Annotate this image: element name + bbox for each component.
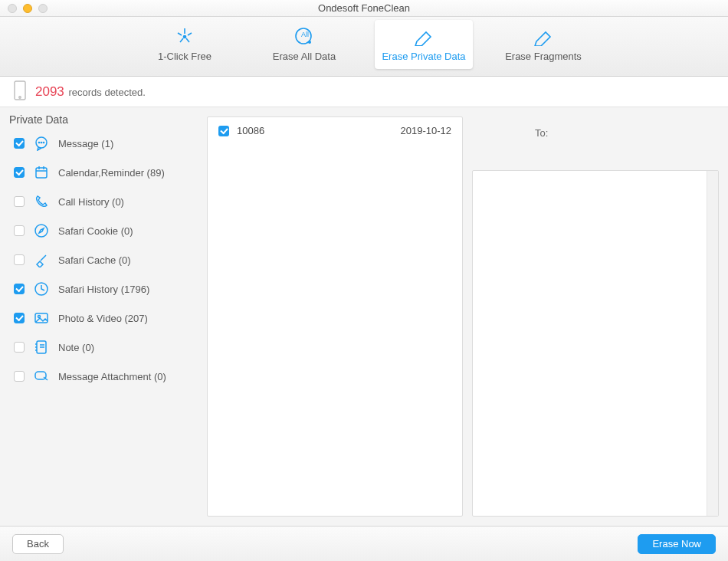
- sidebar-item-safari-history[interactable]: Safari History (1796): [0, 274, 198, 303]
- sidebar-item-label: Note (0): [58, 342, 94, 353]
- sidebar-item-label: Safari Cookie (0): [58, 225, 133, 237]
- records-suffix: records detected.: [68, 87, 145, 98]
- back-button[interactable]: Back: [12, 534, 64, 554]
- calendar-icon: [34, 165, 49, 180]
- sidebar-item-calendar[interactable]: Calendar,Reminder (89): [0, 158, 198, 187]
- sidebar-item-label: Photo & Video (207): [58, 313, 148, 324]
- svg-point-0: [183, 35, 187, 39]
- tab-1-click-free[interactable]: 1-Click Free: [136, 20, 234, 69]
- to-label: To:: [535, 127, 548, 139]
- checkbox[interactable]: [218, 126, 229, 136]
- call-icon: [34, 194, 49, 209]
- checkbox[interactable]: [14, 254, 25, 265]
- checkbox[interactable]: [14, 225, 25, 236]
- detail-panel: To:: [472, 116, 719, 517]
- window-controls: [0, 4, 48, 13]
- tab-erase-private-data[interactable]: Erase Private Data: [375, 20, 473, 69]
- sidebar-item-message-attachment[interactable]: Message Attachment (0): [0, 362, 198, 391]
- svg-point-7: [38, 142, 39, 143]
- svg-text:All: All: [301, 31, 309, 38]
- checkbox[interactable]: [14, 313, 25, 323]
- erase-now-button[interactable]: Erase Now: [638, 534, 716, 554]
- toolbar: 1-Click Free All Erase All Data Erase Pr…: [0, 17, 728, 77]
- sidebar-item-photo-video[interactable]: Photo & Video (207): [0, 303, 198, 333]
- svg-rect-10: [36, 168, 47, 178]
- sidebar: Private Data Message (1) Calendar,Remind…: [0, 107, 198, 526]
- sidebar-item-note[interactable]: Note (0): [0, 333, 198, 362]
- click-icon: [174, 25, 195, 48]
- tab-erase-all-data[interactable]: All Erase All Data: [255, 20, 353, 69]
- checkbox[interactable]: [14, 371, 25, 382]
- clock-icon: [34, 281, 49, 297]
- titlebar: Ondesoft FoneClean: [0, 0, 728, 17]
- close-window-button[interactable]: [8, 4, 17, 13]
- message-list-panel: 10086 2019-10-12: [207, 116, 463, 517]
- footer: Back Erase Now: [0, 526, 728, 561]
- note-icon: [34, 340, 49, 355]
- checkbox[interactable]: [14, 138, 25, 149]
- photo-icon: [34, 310, 49, 326]
- tab-label: Erase Fragments: [505, 51, 582, 62]
- checkbox[interactable]: [14, 196, 25, 207]
- message-sender: 10086: [237, 125, 264, 136]
- minimize-window-button[interactable]: [23, 4, 32, 13]
- sidebar-item-safari-cache[interactable]: Safari Cache (0): [0, 245, 198, 274]
- checkbox[interactable]: [14, 342, 25, 353]
- sidebar-item-message[interactable]: Message (1): [0, 129, 198, 158]
- detail-content[interactable]: [472, 170, 719, 517]
- message-row[interactable]: 10086 2019-10-12: [208, 117, 462, 144]
- tab-label: Erase Private Data: [382, 51, 465, 62]
- sidebar-item-safari-cookie[interactable]: Safari Cookie (0): [0, 216, 198, 245]
- sidebar-item-label: Calendar,Reminder (89): [58, 167, 165, 179]
- window-title: Ondesoft FoneClean: [0, 2, 728, 14]
- main: Private Data Message (1) Calendar,Remind…: [0, 107, 728, 526]
- erase-fragments-icon: [532, 25, 555, 48]
- svg-point-8: [41, 142, 41, 143]
- erase-all-icon: All: [293, 25, 316, 48]
- sidebar-title: Private Data: [0, 107, 198, 129]
- sidebar-item-call-history[interactable]: Call History (0): [0, 187, 198, 216]
- attachment-icon: [34, 369, 49, 384]
- checkbox[interactable]: [14, 167, 25, 178]
- tab-erase-fragments[interactable]: Erase Fragments: [494, 20, 592, 69]
- sidebar-item-label: Safari Cache (0): [58, 254, 131, 266]
- sidebar-item-label: Message Attachment (0): [58, 371, 166, 382]
- svg-point-11: [35, 225, 48, 237]
- compass-icon: [34, 223, 49, 238]
- sidebar-list: Message (1) Calendar,Reminder (89) Call …: [0, 129, 198, 526]
- message-date: 2019-10-12: [401, 125, 452, 136]
- svg-point-9: [43, 142, 44, 143]
- records-strip: 2093 records detected.: [0, 77, 728, 107]
- checkbox[interactable]: [14, 284, 25, 294]
- tab-label: 1-Click Free: [158, 51, 212, 62]
- erase-private-icon: [412, 25, 435, 48]
- detail-to-strip: To:: [472, 116, 719, 150]
- sidebar-item-label: Message (1): [58, 138, 113, 149]
- records-count: 2093: [35, 84, 64, 99]
- maximize-window-button[interactable]: [38, 4, 48, 13]
- message-icon: [34, 136, 49, 151]
- svg-point-5: [19, 97, 21, 98]
- sidebar-item-label: Call History (0): [58, 196, 124, 208]
- brush-icon: [34, 252, 49, 267]
- svg-point-3: [308, 41, 311, 44]
- tab-label: Erase All Data: [273, 51, 336, 62]
- phone-icon: [14, 80, 26, 103]
- sidebar-item-label: Safari History (1796): [58, 284, 149, 295]
